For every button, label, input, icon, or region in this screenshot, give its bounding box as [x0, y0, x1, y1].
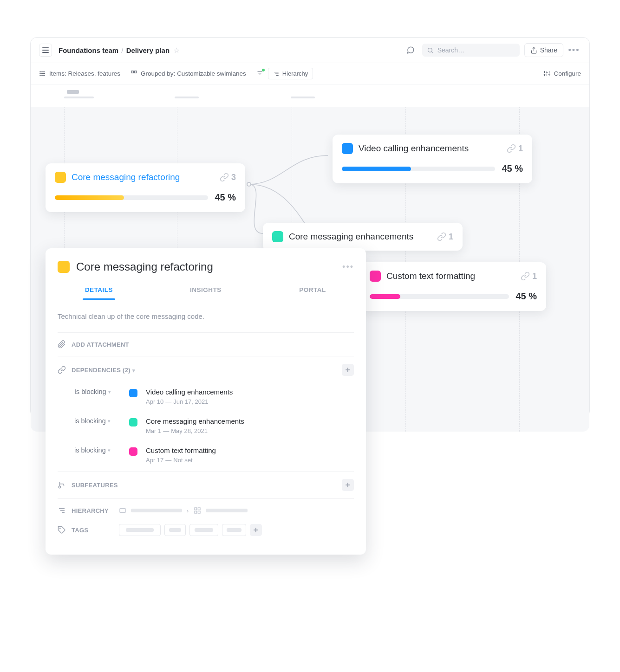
- items-filter[interactable]: Items: Releases, features: [39, 70, 120, 77]
- search-icon: [427, 47, 434, 54]
- more-icon[interactable]: •••: [342, 262, 354, 272]
- search-placeholder: Search…: [437, 46, 464, 54]
- svg-rect-23: [198, 511, 200, 513]
- tags-row: TAGS +: [58, 522, 354, 543]
- svg-rect-8: [135, 71, 137, 73]
- hierarchy-button[interactable]: Hierarchy: [268, 68, 313, 79]
- square-icon: [119, 507, 126, 514]
- tag-icon: [58, 526, 66, 534]
- add-tag-button[interactable]: +: [250, 524, 262, 536]
- svg-rect-19: [120, 508, 125, 512]
- svg-point-5: [40, 73, 40, 74]
- progress-bar: [370, 294, 509, 299]
- app-window: Foundations team / Delivery plan ☆ Searc…: [30, 37, 590, 418]
- share-icon: [530, 47, 537, 54]
- dependencies-section[interactable]: DEPENDENCIES (2) ▾ +: [58, 356, 354, 383]
- dependency-count[interactable]: 1: [507, 144, 523, 154]
- add-subfeature-button[interactable]: +: [342, 479, 354, 491]
- tag-placeholder[interactable]: [119, 524, 161, 536]
- tag-placeholder[interactable]: [189, 524, 218, 536]
- filter-button[interactable]: [256, 70, 263, 78]
- dependency-item[interactable]: Is blocking▾ Video calling enhancements …: [74, 383, 354, 413]
- breadcrumb[interactable]: Foundations team / Delivery plan: [59, 46, 170, 54]
- chevron-down-icon[interactable]: ▾: [108, 389, 111, 395]
- star-icon[interactable]: ☆: [173, 46, 180, 55]
- list-icon: [39, 70, 46, 77]
- search-input[interactable]: Search…: [422, 44, 520, 57]
- connector-node: [247, 182, 251, 187]
- card-color-chip: [272, 231, 283, 242]
- tab-insights[interactable]: INSIGHTS: [152, 282, 259, 300]
- svg-rect-20: [195, 508, 197, 510]
- svg-point-24: [60, 528, 61, 529]
- share-button[interactable]: Share: [524, 43, 563, 57]
- toolbar: Items: Releases, features Grouped by: Cu…: [31, 63, 589, 84]
- menu-icon[interactable]: [39, 44, 52, 57]
- progress-bar: [55, 195, 208, 200]
- svg-point-0: [428, 48, 432, 52]
- subfeature-icon: [58, 481, 66, 489]
- tag-placeholder[interactable]: [222, 524, 246, 536]
- dependency-list: Is blocking▾ Video calling enhancements …: [58, 383, 354, 471]
- group-icon: [131, 70, 137, 77]
- tab-details[interactable]: DETAILS: [46, 282, 152, 300]
- card-core-refactoring[interactable]: Core messaging refactoring 3 45 %: [46, 163, 245, 212]
- dependency-count[interactable]: 1: [437, 232, 453, 242]
- svg-point-6: [40, 75, 40, 76]
- dep-color-chip: [129, 418, 137, 426]
- detail-panel: Core messaging refactoring ••• DETAILS I…: [46, 248, 366, 555]
- dep-color-chip: [129, 389, 137, 397]
- comment-icon[interactable]: [404, 43, 418, 57]
- grid-icon: [194, 507, 201, 514]
- dependency-count[interactable]: 3: [220, 173, 236, 182]
- card-color-chip: [342, 143, 353, 154]
- dependency-count[interactable]: 1: [521, 271, 537, 281]
- dependency-item[interactable]: is blocking▾ Core messaging enhancements…: [74, 413, 354, 442]
- chevron-right-icon: ›: [187, 507, 189, 514]
- chevron-down-icon[interactable]: ▾: [108, 418, 111, 424]
- panel-title: Core messaging refactoring: [76, 260, 336, 273]
- paperclip-icon: [58, 340, 66, 349]
- card-color-chip: [55, 172, 66, 183]
- svg-rect-21: [198, 508, 200, 510]
- link-icon: [437, 232, 446, 241]
- card-video-enhancements[interactable]: Video calling enhancements 1 45 %: [333, 135, 532, 183]
- breadcrumb-page: Delivery plan: [126, 46, 170, 54]
- dep-color-chip: [129, 447, 137, 456]
- chevron-down-icon[interactable]: ▾: [108, 447, 111, 453]
- chevron-down-icon: ▾: [132, 368, 135, 373]
- panel-tabs: DETAILS INSIGHTS PORTAL: [46, 282, 366, 300]
- group-by[interactable]: Grouped by: Customizable swimlanes: [131, 70, 246, 77]
- tab-portal[interactable]: PORTAL: [259, 282, 366, 300]
- add-attachment-row[interactable]: ADD ATTACHMENT: [58, 332, 354, 356]
- svg-rect-7: [131, 71, 133, 73]
- progress-bar: [342, 167, 495, 171]
- panel-description: Technical clean up of the core messaging…: [58, 310, 354, 332]
- hierarchy-icon: [58, 506, 66, 515]
- panel-color-chip: [58, 261, 70, 273]
- subfeatures-section[interactable]: SUBFEATURES +: [58, 471, 354, 498]
- tag-placeholder[interactable]: [164, 524, 186, 536]
- card-custom-text[interactable]: Custom text formatting 1 45 %: [360, 262, 546, 311]
- header: Foundations team / Delivery plan ☆ Searc…: [31, 38, 589, 63]
- dependency-item[interactable]: is blocking▾ Custom text formatting Apr …: [74, 442, 354, 471]
- add-dependency-button[interactable]: +: [342, 364, 354, 376]
- link-icon: [507, 144, 516, 153]
- svg-point-4: [40, 71, 40, 72]
- card-color-chip: [370, 271, 381, 282]
- more-icon[interactable]: •••: [567, 43, 581, 57]
- hierarchy-row: HIERARCHY ›: [58, 498, 354, 522]
- link-icon: [220, 173, 229, 182]
- filter-active-dot: [262, 69, 265, 71]
- link-icon: [58, 366, 66, 374]
- sliders-icon: [543, 70, 550, 77]
- configure-button[interactable]: Configure: [543, 70, 581, 77]
- card-core-enhancements[interactable]: Core messaging enhancements 1: [263, 223, 463, 251]
- svg-point-18: [59, 486, 61, 488]
- breadcrumb-team: Foundations team: [59, 46, 118, 54]
- svg-rect-22: [195, 511, 197, 513]
- timeline-canvas[interactable]: Core messaging refactoring 3 45 % Video …: [31, 107, 589, 432]
- link-icon: [521, 271, 530, 281]
- hierarchy-icon: [273, 71, 280, 77]
